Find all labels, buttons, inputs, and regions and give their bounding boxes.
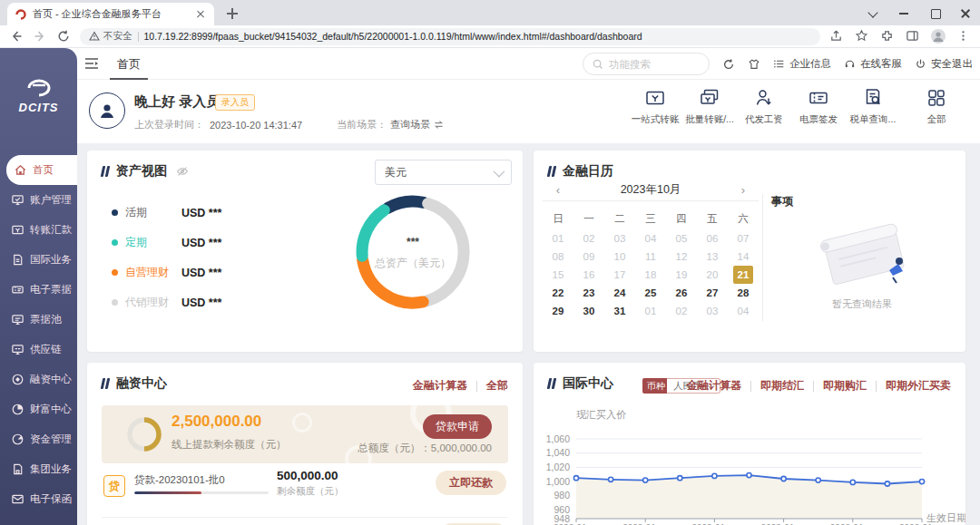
calendar-day[interactable]: 22 <box>548 284 568 302</box>
sidebar-item-financing-center[interactable]: 融资中心 <box>0 365 77 394</box>
financing-link-0[interactable]: 金融计算器 <box>413 378 467 394</box>
calendar-day[interactable]: 04 <box>641 229 661 248</box>
side-panel-icon[interactable] <box>906 29 920 44</box>
calendar-day[interactable]: 16 <box>579 266 599 284</box>
security-warning-icon[interactable]: 不安全 <box>89 30 132 43</box>
legend-row: 代销理财 USD *** <box>112 287 320 317</box>
sidebar-item-e-guarantee[interactable]: 电子保函 <box>0 484 77 514</box>
calendar-day[interactable]: 11 <box>641 248 661 266</box>
enterprise-info-button[interactable]: 企业信息 <box>773 57 831 71</box>
calendar-day[interactable]: 01 <box>548 229 568 248</box>
sidebar-item-international-business[interactable]: 国际业务 <box>0 245 77 275</box>
logout-button[interactable]: 安全退出 <box>915 57 973 71</box>
url-bar[interactable]: 不安全 10.7.19.22:8999/fpaas_bucket/9415403… <box>80 28 820 45</box>
calendar-next-icon[interactable]: › <box>737 183 750 197</box>
quick-action-payroll[interactable]: 代发工资 <box>737 87 791 126</box>
online-service-button[interactable]: 在线客服 <box>844 57 902 71</box>
sidebar-item-supply-chain[interactable]: 供应链 <box>0 335 77 365</box>
minimize-icon[interactable] <box>898 7 909 18</box>
back-icon[interactable] <box>9 29 24 44</box>
sidebar-item-home[interactable]: 首页 <box>6 155 77 185</box>
search-input[interactable] <box>609 59 700 70</box>
repay-now-button[interactable]: 立即还款 <box>436 471 506 495</box>
sidebar-item-group-business[interactable]: 集团业务 <box>0 454 77 484</box>
switch-scene-icon[interactable] <box>434 120 444 130</box>
sidebar-item-e-bill[interactable]: 电子票据 <box>0 275 77 305</box>
calendar-day[interactable]: 26 <box>671 284 691 302</box>
international-link-0[interactable]: 金融计算器 <box>687 378 741 394</box>
sidebar-item-wealth-center[interactable]: 财富中心 <box>0 394 77 424</box>
financing-banner: 2,500,000.00 线上提款剩余额度（元） 贷款申请 总额度（元）：5,0… <box>102 405 508 463</box>
calendar-day[interactable]: 17 <box>610 266 630 284</box>
sidebar-item-bill-pool[interactable]: 票据池 <box>0 305 77 335</box>
international-link-2[interactable]: 即期购汇 <box>823 378 867 394</box>
calendar-day[interactable]: 03 <box>702 302 722 320</box>
calendar-day[interactable]: 04 <box>733 302 753 320</box>
calendar-day[interactable]: 09 <box>579 248 599 266</box>
quick-action-all-apps[interactable]: 全部 <box>909 87 964 126</box>
weekday-label: 四 <box>676 212 687 226</box>
calendar-day[interactable]: 24 <box>610 284 630 302</box>
forward-icon[interactable] <box>33 29 47 44</box>
profile-avatar[interactable] <box>931 29 946 44</box>
calendar-day[interactable]: 18 <box>641 266 661 284</box>
calendar-day[interactable]: 08 <box>548 248 568 266</box>
collapse-menu-icon[interactable] <box>84 57 99 70</box>
maximize-icon[interactable] <box>929 7 940 18</box>
quick-action-one-stop-transfer[interactable]: 一站式转账 <box>628 87 682 126</box>
calendar-day[interactable]: 13 <box>702 248 722 266</box>
tab-close-icon[interactable] <box>194 8 207 21</box>
financing-link-1[interactable]: 全部 <box>486 378 508 394</box>
calendar-day[interactable]: 07 <box>733 229 753 248</box>
calendar-day-selected[interactable]: 21 <box>733 266 753 284</box>
close-icon[interactable] <box>960 7 971 18</box>
sidebar-item-funds-management[interactable]: 资金管理 <box>0 424 77 454</box>
calendar-day[interactable]: 06 <box>702 229 722 248</box>
loan-apply-button[interactable]: 贷款申请 <box>423 414 492 439</box>
extensions-icon[interactable] <box>880 29 895 44</box>
events-label: 事项 <box>771 194 793 209</box>
calendar-day[interactable]: 05 <box>671 229 691 248</box>
calendar-day[interactable]: 02 <box>671 302 691 320</box>
function-search[interactable] <box>583 53 710 75</box>
calendar-day[interactable]: 20 <box>702 266 722 284</box>
browser-tab[interactable]: 首页 - 企业综合金融服务平台 <box>7 3 214 25</box>
user-avatar[interactable] <box>89 92 125 129</box>
supply-chain-icon <box>11 343 24 356</box>
calendar-day[interactable]: 23 <box>579 284 599 302</box>
share-icon[interactable] <box>829 29 844 44</box>
theme-skin-icon[interactable] <box>748 58 760 71</box>
calendar-day[interactable]: 25 <box>641 284 661 302</box>
calendar-day[interactable]: 30 <box>579 302 599 320</box>
calendar-day[interactable]: 27 <box>702 284 722 302</box>
sidebar-item-transfer-remit[interactable]: 转账汇款 <box>0 215 77 245</box>
eye-off-icon[interactable] <box>176 165 189 178</box>
refresh-icon[interactable] <box>722 58 735 71</box>
calendar-day[interactable]: 03 <box>610 229 630 248</box>
new-tab-button[interactable] <box>225 6 240 21</box>
tab-home[interactable]: 首页 <box>113 48 144 80</box>
calendar-day[interactable]: 14 <box>733 248 753 266</box>
quick-action-tax-bill-query[interactable]: 税单查询... <box>846 87 900 126</box>
calendar-prev-icon[interactable]: ‹ <box>552 183 564 197</box>
reload-icon[interactable] <box>56 29 71 44</box>
legend-value: USD *** <box>181 267 221 279</box>
international-link-3[interactable]: 即期外汇买卖 <box>886 378 951 394</box>
currency-select[interactable]: 美元 <box>375 160 512 185</box>
sidebar-item-account-management[interactable]: 账户管理 <box>0 185 77 215</box>
window-menu-icon[interactable] <box>867 7 878 18</box>
quick-action-e-draft-issue[interactable]: 电票签发 <box>791 87 846 126</box>
international-link-1[interactable]: 即期结汇 <box>760 378 804 394</box>
calendar-day[interactable]: 01 <box>641 302 661 320</box>
calendar-day[interactable]: 28 <box>733 284 753 302</box>
quick-action-batch-transfer[interactable]: 批量转账/... <box>682 87 737 126</box>
calendar-day[interactable]: 29 <box>548 302 568 320</box>
calendar-day[interactable]: 10 <box>610 248 630 266</box>
calendar-day[interactable]: 19 <box>671 266 691 284</box>
calendar-day[interactable]: 15 <box>548 266 568 284</box>
calendar-day[interactable]: 12 <box>671 248 691 266</box>
bookmark-star-icon[interactable] <box>855 29 869 44</box>
calendar-day[interactable]: 31 <box>610 302 630 320</box>
calendar-day[interactable]: 02 <box>579 229 599 248</box>
browser-menu-icon[interactable] <box>956 29 971 44</box>
